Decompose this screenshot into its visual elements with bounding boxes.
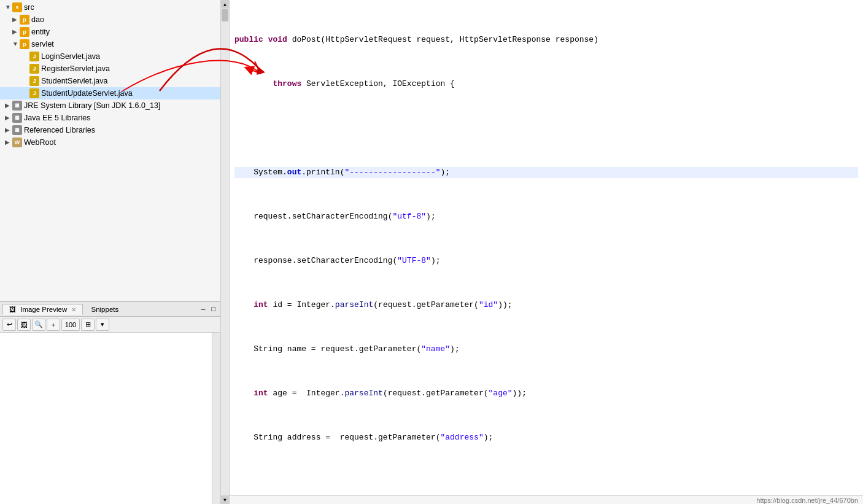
code-editor: public void doPost(HttpServletRequest re…: [230, 0, 863, 504]
tree-arrow-entity: ▶: [12, 26, 18, 37]
panel-maximize-button[interactable]: □: [209, 304, 218, 314]
tree-label-reflibs: Referenced Libraries: [24, 125, 95, 136]
tree-item-studentservlet[interactable]: J StudentServlet.java: [0, 75, 220, 87]
panel-content: [0, 333, 212, 504]
dao-folder-icon: p: [20, 15, 29, 25]
panel-tabs: 🖼 Image Preview ✕ Snippets — □: [0, 302, 220, 317]
webroot-folder-icon: W: [12, 138, 22, 147]
code-line-11: [234, 476, 858, 487]
editor-bottom-bar: https://blog.csdn.net/jre_44/670bn: [230, 495, 863, 504]
tree-item-dao[interactable]: ▶ p dao: [0, 14, 220, 26]
code-line-9: int age = Integer.parseInt(request.getPa…: [234, 388, 858, 399]
tree-label-dao: dao: [31, 14, 44, 25]
tree-label-servlet: servlet: [31, 39, 54, 50]
toolbar-grid-button[interactable]: ⊞: [81, 319, 95, 331]
bottom-panel: 🖼 Image Preview ✕ Snippets — □ ↩ 🖼: [0, 301, 220, 504]
studentupdate-java-icon: J: [29, 88, 39, 98]
tree-label-entity: entity: [31, 26, 50, 37]
tree-item-registerservlet[interactable]: J RegisterServlet.java: [0, 63, 220, 75]
tree-item-javaee[interactable]: ▶ ▦ Java EE 5 Libraries: [0, 112, 220, 124]
scroll-up-arrow[interactable]: ▲: [221, 0, 229, 9]
tree-arrow-reflibs: ▶: [5, 125, 11, 136]
student-java-icon: J: [29, 76, 39, 86]
entity-folder-icon: p: [20, 27, 29, 37]
panel-toolbar: ↩ 🖼 🔍 + 100 ⊞ ▾: [0, 317, 220, 333]
panel-scrollbar[interactable]: [212, 333, 220, 504]
jre-lib-icon: ▦: [12, 101, 22, 110]
panel-minimize-button[interactable]: —: [199, 304, 208, 314]
code-line-8: String name = request.getParameter("name…: [234, 344, 858, 355]
register-java-icon: J: [29, 64, 39, 74]
tree-item-src[interactable]: ▼ s src: [0, 1, 220, 14]
tree-item-servlet[interactable]: ▼ p servlet: [0, 38, 220, 50]
tab-image-preview-label: Image Preview: [20, 306, 67, 313]
code-line-1: public void doPost(HttpServletRequest re…: [234, 34, 858, 45]
tree-item-studentupdateservlet[interactable]: J StudentUpdateServlet.java: [0, 87, 220, 99]
tree-item-entity[interactable]: ▶ p entity: [0, 26, 220, 38]
tree-label-registerservlet: RegisterServlet.java: [41, 63, 110, 74]
code-line-10: String address = request.getParameter("a…: [234, 432, 858, 443]
tab-image-preview-close[interactable]: ✕: [71, 306, 76, 313]
tree-item-webroot[interactable]: ▶ W WebRoot: [0, 136, 220, 149]
tree-label-javaee: Java EE 5 Libraries: [24, 112, 90, 123]
tree-arrow-dao: ▶: [12, 14, 18, 25]
toolbar-more-button[interactable]: ▾: [96, 319, 109, 331]
code-content[interactable]: public void doPost(HttpServletRequest re…: [230, 0, 863, 495]
tree-arrow-webroot: ▶: [5, 137, 11, 148]
panel-body: [0, 333, 220, 504]
tab-image-preview[interactable]: 🖼 Image Preview ✕: [2, 304, 83, 315]
tab-snippets[interactable]: Snippets: [84, 304, 125, 315]
tab-snippets-label: Snippets: [91, 306, 118, 313]
tree-arrow-servlet: ▼: [12, 39, 18, 50]
code-line-2: throws ServletException, IOException {: [234, 79, 858, 90]
toolbar-back-button[interactable]: ↩: [2, 319, 16, 331]
tree-arrow-javaee: ▶: [5, 112, 11, 123]
tree-label-src: src: [24, 2, 34, 13]
code-line-6: response.setCharacterEncoding("UTF-8");: [234, 255, 858, 266]
tree-label-studentupdateservlet: StudentUpdateServlet.java: [41, 88, 133, 99]
tree-item-jre[interactable]: ▶ ▦ JRE System Library [Sun JDK 1.6.0_13…: [0, 99, 220, 112]
tree-item-reflibs[interactable]: ▶ ▦ Referenced Libraries: [0, 124, 220, 136]
toolbar-zoom-100-button[interactable]: 100: [61, 319, 80, 331]
code-line-4: System.out.println("------------------")…: [234, 167, 858, 178]
toolbar-zoom-in-button[interactable]: +: [47, 319, 60, 331]
tree-label-webroot: WebRoot: [24, 137, 56, 148]
tree-item-loginservlet[interactable]: J LoginServlet.java: [0, 50, 220, 63]
scroll-track: [221, 9, 229, 495]
tree-label-loginservlet: LoginServlet.java: [41, 51, 100, 62]
editor-left-scrollbar[interactable]: ▲ ▼: [221, 0, 230, 504]
src-folder-icon: s: [12, 2, 22, 12]
toolbar-zoom-out-button[interactable]: 🔍: [32, 319, 45, 331]
file-tree: ▼ s src ▶ p dao ▶ p entity: [0, 0, 220, 301]
scroll-thumb[interactable]: [222, 9, 228, 21]
tree-label-jre: JRE System Library [Sun JDK 1.6.0_13]: [24, 100, 160, 111]
javaee-lib-icon: ▦: [12, 113, 22, 123]
editor-url-watermark: https://blog.csdn.net/jre_44/670bn: [756, 497, 858, 504]
code-line-3: [234, 123, 858, 134]
tree-arrow-src: ▼: [5, 2, 11, 13]
scroll-down-arrow[interactable]: ▼: [221, 495, 229, 504]
login-java-icon: J: [29, 52, 39, 61]
sidebar: ▼ s src ▶ p dao ▶ p entity: [0, 0, 221, 504]
toolbar-image-button[interactable]: 🖼: [17, 319, 31, 331]
tree-label-studentservlet: StudentServlet.java: [41, 76, 107, 87]
servlet-folder-icon: p: [20, 39, 29, 49]
code-line-7: int id = Integer.parseInt(request.getPar…: [234, 300, 858, 311]
code-line-5: request.setCharacterEncoding("utf-8");: [234, 211, 858, 222]
reflibs-lib-icon: ▦: [12, 125, 22, 135]
tree-arrow-jre: ▶: [5, 100, 11, 111]
